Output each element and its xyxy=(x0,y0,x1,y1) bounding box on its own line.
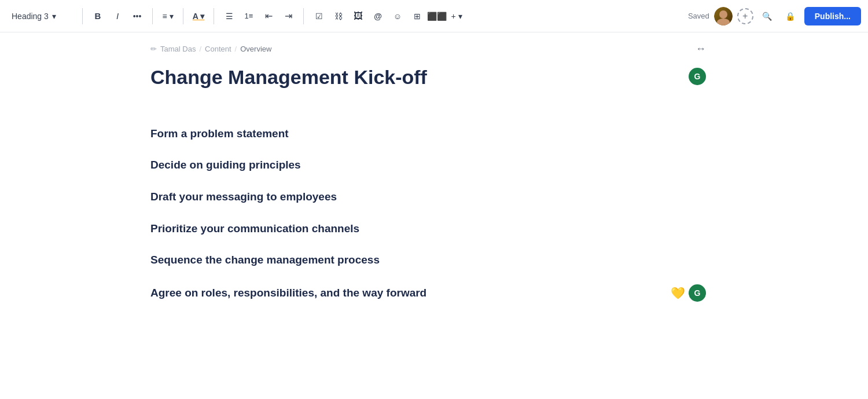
breadcrumb-item-tamal[interactable]: Tamal Das xyxy=(160,45,196,53)
breadcrumb-item-content[interactable]: Content xyxy=(205,45,231,53)
heading-text-1: Form a problem statement xyxy=(150,127,289,140)
insert-group: ☑ ⛓ 🖼 @ ☺ ⊞ ⬛⬛ + ▾ xyxy=(310,7,466,25)
breadcrumb-sep-2: / xyxy=(235,45,237,53)
avatar-image xyxy=(714,7,733,25)
ordered-list-button[interactable]: 1≡ xyxy=(240,7,258,25)
breadcrumb-sep-1: / xyxy=(199,45,201,53)
link-button[interactable]: ⛓ xyxy=(329,7,348,25)
heading-text-4: Prioritize your communication channels xyxy=(150,222,359,235)
title-row: Change Management Kick-off G xyxy=(150,65,706,108)
user-avatar[interactable] xyxy=(714,7,733,25)
main-content: ✏ Tamal Das / Content / Overview ↔ Chang… xyxy=(0,32,868,399)
publish-button[interactable]: Publish... xyxy=(804,7,861,25)
add-more-button[interactable]: + ▾ xyxy=(447,7,466,25)
heart-icon: 💛 xyxy=(671,286,685,300)
pencil-icon: ✏ xyxy=(150,45,157,53)
indent-out-button[interactable]: ⇤ xyxy=(259,7,278,25)
heading-item-1[interactable]: Form a problem statement xyxy=(150,126,706,142)
list-group: ☰ 1≡ ⇤ ⇥ xyxy=(220,7,297,25)
content-wrapper: ✏ Tamal Das / Content / Overview ↔ Chang… xyxy=(0,32,868,399)
breadcrumb: ✏ Tamal Das / Content / Overview xyxy=(150,45,271,53)
heading-item-3[interactable]: Draft your messaging to employees xyxy=(150,189,706,205)
add-collaborator-button[interactable]: + xyxy=(737,8,753,24)
alignment-group: ≡ ▾ xyxy=(159,7,177,25)
bold-button[interactable]: B xyxy=(89,7,107,25)
toolbar: Heading 3 ▾ B I ••• ≡ ▾ A ▾ ☰ 1≡ ⇤ ⇥ ☑ ⛓… xyxy=(0,0,868,32)
breadcrumb-item-overview[interactable]: Overview xyxy=(240,45,271,53)
divider-2 xyxy=(152,8,153,24)
heading-item-2[interactable]: Decide on guiding principles xyxy=(150,158,706,173)
divider-4 xyxy=(214,8,214,24)
columns-button[interactable]: ⬛⬛ xyxy=(428,7,446,25)
chevron-down-icon: ▾ xyxy=(52,12,56,21)
indent-in-button[interactable]: ⇥ xyxy=(279,7,297,25)
heading-text-6[interactable]: Agree on roles, responsibilities, and th… xyxy=(150,287,426,299)
heading-item-4[interactable]: Prioritize your communication channels xyxy=(150,221,706,237)
italic-button[interactable]: I xyxy=(108,7,127,25)
heading-text-3: Draft your messaging to employees xyxy=(150,191,337,203)
breadcrumb-bar: ✏ Tamal Das / Content / Overview ↔ xyxy=(0,32,868,65)
color-group: A ▾ xyxy=(189,7,208,25)
align-button[interactable]: ≡ ▾ xyxy=(159,7,177,25)
expand-icon[interactable]: ↔ xyxy=(696,43,706,55)
saved-status: Saved xyxy=(688,12,709,20)
emoji-button[interactable]: ☺ xyxy=(388,7,407,25)
last-heading-row: Agree on roles, responsibilities, and th… xyxy=(150,284,706,302)
text-format-group: B I ••• xyxy=(89,7,146,25)
heading-label: Heading 3 xyxy=(12,12,49,21)
color-button[interactable]: A ▾ xyxy=(189,7,208,25)
doc-title[interactable]: Change Management Kick-off xyxy=(150,65,427,89)
image-button[interactable]: 🖼 xyxy=(349,7,367,25)
heading-item-5[interactable]: Sequence the change management process xyxy=(150,252,706,268)
grammarly-badge-title[interactable]: G xyxy=(689,68,706,85)
mention-button[interactable]: @ xyxy=(369,7,387,25)
grammarly-badge-last[interactable]: G xyxy=(689,284,706,302)
lock-button[interactable]: 🔒 xyxy=(781,7,800,25)
doc-content: Change Management Kick-off G Form a prob… xyxy=(0,65,868,302)
toolbar-right: Saved + 🔍 🔒 Publish... xyxy=(688,7,861,25)
heading-text-5: Sequence the change management process xyxy=(150,254,380,266)
table-button[interactable]: ⊞ xyxy=(408,7,426,25)
divider-5 xyxy=(303,8,304,24)
divider-3 xyxy=(183,8,183,24)
unordered-list-button[interactable]: ☰ xyxy=(220,7,238,25)
heading-selector[interactable]: Heading 3 ▾ xyxy=(7,9,76,23)
checkbox-button[interactable]: ☑ xyxy=(310,7,328,25)
heading-text-2: Decide on guiding principles xyxy=(150,159,301,171)
divider-1 xyxy=(82,8,83,24)
more-options-button[interactable]: ••• xyxy=(128,7,146,25)
last-heading-icons: 💛 G xyxy=(671,284,706,302)
search-button[interactable]: 🔍 xyxy=(758,7,777,25)
